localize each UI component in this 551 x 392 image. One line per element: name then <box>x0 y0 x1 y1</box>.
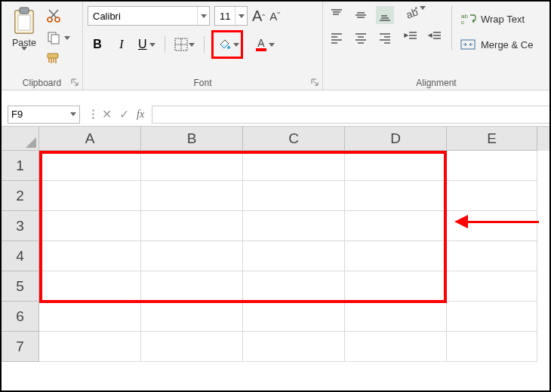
cell[interactable] <box>39 181 141 211</box>
font-size-combo[interactable] <box>214 6 248 26</box>
cell[interactable] <box>39 211 141 241</box>
cell[interactable] <box>447 302 537 332</box>
cell[interactable] <box>39 332 141 362</box>
fill-color-button[interactable] <box>215 34 233 55</box>
worksheet-grid: A B C D E 1 2 3 4 5 6 7 <box>2 127 549 362</box>
formula-bar: ✕ ✓ fx <box>2 103 549 127</box>
font-color-icon: A <box>254 37 268 52</box>
align-top-button[interactable] <box>328 6 346 24</box>
svg-rect-3 <box>18 15 30 30</box>
enter-formula-button[interactable]: ✓ <box>119 107 129 121</box>
cell[interactable] <box>141 271 243 302</box>
borders-button[interactable] <box>172 34 197 55</box>
formula-input[interactable] <box>152 106 549 124</box>
column-header[interactable]: B <box>141 127 243 151</box>
chevron-down-icon[interactable] <box>64 36 70 40</box>
align-center-button[interactable] <box>352 29 370 47</box>
cell[interactable] <box>345 211 447 241</box>
cell[interactable] <box>39 241 141 271</box>
increase-font-button[interactable]: Aˆ <box>252 8 265 25</box>
cell[interactable] <box>243 302 345 332</box>
cell[interactable] <box>141 211 243 241</box>
decrease-font-button[interactable]: Aˇ <box>269 10 280 23</box>
cell[interactable] <box>345 151 447 181</box>
font-name-combo[interactable] <box>88 6 210 26</box>
format-painter-button[interactable] <box>44 50 63 69</box>
svg-rect-7 <box>51 35 59 44</box>
cell[interactable] <box>447 151 537 181</box>
bold-button[interactable]: B <box>88 34 107 55</box>
row-header[interactable]: 5 <box>2 271 39 302</box>
cell[interactable] <box>243 151 345 181</box>
chevron-down-icon <box>21 47 27 51</box>
merge-center-button[interactable]: Merge & Ce <box>460 33 533 56</box>
select-all-triangle[interactable] <box>2 127 39 151</box>
decrease-indent-button[interactable] <box>402 27 420 45</box>
group-alignment: ab ab c Wrap Text <box>323 2 549 90</box>
cell[interactable] <box>447 332 537 362</box>
paste-button[interactable]: Paste <box>6 5 42 52</box>
dialog-launcher-icon[interactable] <box>70 78 79 87</box>
align-left-button[interactable] <box>328 29 346 47</box>
cell[interactable] <box>141 181 243 211</box>
cell[interactable] <box>345 271 447 302</box>
column-header[interactable]: D <box>345 127 447 151</box>
row-header[interactable]: 3 <box>2 211 39 241</box>
cell[interactable] <box>243 332 345 362</box>
align-right-button[interactable] <box>376 29 394 47</box>
row-header[interactable]: 6 <box>2 302 39 332</box>
cell[interactable] <box>141 151 243 181</box>
cell[interactable] <box>345 302 447 332</box>
cell[interactable] <box>141 302 243 332</box>
orientation-button[interactable]: ab <box>402 6 444 23</box>
orientation-icon: ab <box>402 6 418 23</box>
svg-rect-2 <box>20 8 29 14</box>
cell[interactable] <box>243 271 345 302</box>
merge-center-label: Merge & Ce <box>481 39 533 51</box>
align-bottom-button[interactable] <box>376 6 394 24</box>
cell[interactable] <box>345 332 447 362</box>
cancel-formula-button[interactable]: ✕ <box>102 107 112 121</box>
row-header[interactable]: 2 <box>2 181 39 211</box>
cell[interactable] <box>141 332 243 362</box>
row-header[interactable]: 1 <box>2 151 39 181</box>
cell[interactable] <box>243 181 345 211</box>
chevron-down-icon[interactable] <box>235 7 247 25</box>
cell[interactable] <box>345 181 447 211</box>
cell[interactable] <box>243 211 345 241</box>
cell[interactable] <box>447 181 537 211</box>
cell[interactable] <box>39 151 141 181</box>
chevron-down-icon[interactable] <box>70 112 76 116</box>
column-header[interactable]: C <box>243 127 345 151</box>
name-box[interactable] <box>8 106 80 124</box>
column-header[interactable]: A <box>39 127 141 151</box>
font-color-button[interactable]: A <box>252 34 277 55</box>
increase-indent-button[interactable] <box>426 27 444 45</box>
row-header[interactable]: 4 <box>2 241 39 271</box>
cell[interactable] <box>39 302 141 332</box>
font-name-input[interactable] <box>88 7 197 25</box>
underline-button[interactable]: U <box>136 34 158 55</box>
wrap-text-label: Wrap Text <box>481 14 525 25</box>
chevron-down-icon[interactable] <box>197 7 209 25</box>
dialog-launcher-icon[interactable] <box>310 78 319 87</box>
chevron-down-icon[interactable] <box>233 43 239 47</box>
row-header[interactable]: 7 <box>2 332 39 362</box>
column-header[interactable]: E <box>447 127 537 151</box>
cell[interactable] <box>447 271 537 302</box>
wrap-text-button[interactable]: ab c Wrap Text <box>460 8 533 30</box>
italic-button[interactable]: I <box>112 34 131 55</box>
clipboard-paste-icon <box>11 6 37 36</box>
font-size-input[interactable] <box>215 7 235 25</box>
cell[interactable] <box>243 241 345 271</box>
cell[interactable] <box>141 241 243 271</box>
cell[interactable] <box>447 211 537 241</box>
name-box-input[interactable] <box>11 109 57 120</box>
cell[interactable] <box>39 271 141 302</box>
copy-button[interactable] <box>44 28 63 47</box>
cell[interactable] <box>345 241 447 271</box>
align-middle-button[interactable] <box>352 6 370 24</box>
insert-function-button[interactable]: fx <box>137 109 144 121</box>
cut-button[interactable] <box>44 6 63 26</box>
cell[interactable] <box>447 241 537 271</box>
